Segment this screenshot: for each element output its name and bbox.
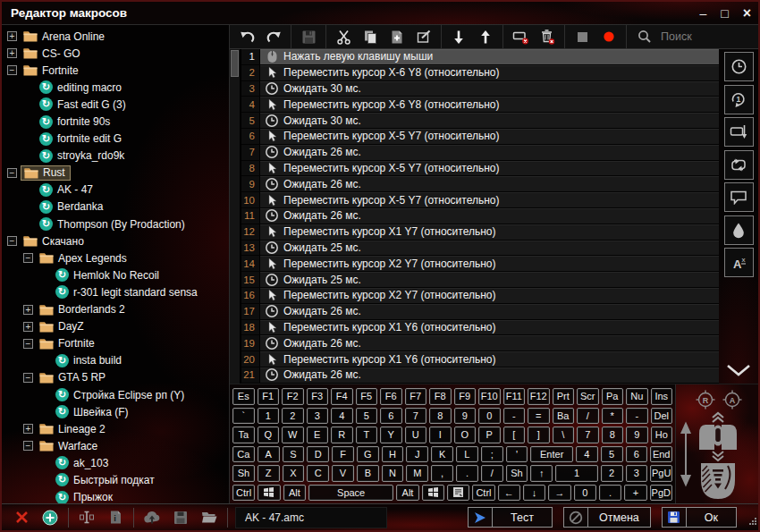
tree-item-macro[interactable]: ↻Швейка (F) xyxy=(2,403,229,420)
key-f6[interactable]: F6 xyxy=(380,388,402,405)
expand-icon[interactable]: + xyxy=(7,31,17,41)
key-m[interactable]: M xyxy=(406,465,428,482)
event-row[interactable]: 4Переместить курсор X-6 Y8 (относительно… xyxy=(241,97,719,113)
event-row[interactable]: 1Нажать левую клавишу мыши xyxy=(241,49,719,65)
key-ins[interactable]: Ins xyxy=(651,388,673,405)
tree-item-macro[interactable]: ↻Fast edit G (3) xyxy=(2,96,229,113)
event-row[interactable]: 10Переместить курсор X-5 Y7 (относительн… xyxy=(241,192,719,208)
key-alt[interactable]: Alt xyxy=(283,485,306,502)
ok-button[interactable]: Ок xyxy=(662,507,737,528)
key-1[interactable]: 1 xyxy=(555,465,598,482)
collapse-icon[interactable]: − xyxy=(7,168,17,178)
key-9[interactable]: 9 xyxy=(626,426,648,443)
key-b[interactable]: B xyxy=(357,465,379,482)
paste-new-button[interactable] xyxy=(388,28,406,46)
event-row[interactable]: 3Ожидать 30 мс. xyxy=(241,81,719,97)
event-row[interactable]: 13Ожидать 25 мс. xyxy=(241,241,719,257)
redo-button[interactable] xyxy=(265,28,283,46)
key-enter[interactable]: Enter xyxy=(530,446,573,463)
key-f11[interactable]: F11 xyxy=(503,388,526,405)
save-macro-button[interactable] xyxy=(172,509,190,527)
resize-grip[interactable] xyxy=(749,513,757,529)
key-sym[interactable]: . xyxy=(456,465,478,482)
key-nu[interactable]: Nu xyxy=(626,388,648,405)
event-row[interactable]: 19Ожидать 26 мс. xyxy=(241,335,719,351)
expand-icon[interactable]: + xyxy=(23,322,33,332)
key-end[interactable]: End xyxy=(650,446,672,463)
event-row[interactable]: 17Ожидать 26 мс. xyxy=(241,304,719,320)
comment-button[interactable] xyxy=(724,182,754,212)
collapse-icon[interactable]: − xyxy=(23,441,33,451)
tree-item-macro[interactable]: ↻fortnite edit G xyxy=(2,131,229,148)
key-v[interactable]: V xyxy=(332,465,354,482)
delete-macro-button[interactable] xyxy=(13,509,30,527)
event-row[interactable]: 11Ожидать 26 мс. xyxy=(241,208,719,224)
tree-item-folder[interactable]: −GTA 5 RP xyxy=(2,369,229,386)
text-replace-button[interactable]: Ax xyxy=(724,248,754,277)
key-a[interactable]: A xyxy=(258,446,280,463)
key-6[interactable]: 6 xyxy=(626,446,648,463)
key-f2[interactable]: F2 xyxy=(282,388,304,405)
key-i[interactable]: I xyxy=(429,426,452,443)
cut-button[interactable] xyxy=(334,28,352,46)
collapse-icon[interactable]: − xyxy=(23,253,33,263)
key-f10[interactable]: F10 xyxy=(478,388,501,405)
key-q[interactable]: Q xyxy=(258,426,280,443)
mouse-image[interactable]: R A xyxy=(676,384,759,504)
tree-item-macro[interactable]: ↻Thompson (By Prodaction) xyxy=(2,215,229,232)
key-pa[interactable]: Pa xyxy=(602,388,624,405)
key-7[interactable]: 7 xyxy=(405,408,427,425)
key-f9[interactable]: F9 xyxy=(454,388,477,405)
key-f4[interactable]: F4 xyxy=(331,388,353,405)
tree-item-macro[interactable]: ↻editing macro xyxy=(2,79,229,96)
tree-item-macro[interactable]: ↻AK - 47 xyxy=(2,182,229,198)
close-icon[interactable]: × xyxy=(743,6,751,21)
tree-item-macro[interactable]: ↻Hemlok No Recoil xyxy=(2,266,229,283)
key-0[interactable]: 0 xyxy=(574,485,596,502)
macro-info-button[interactable]: i xyxy=(106,509,124,527)
key-f8[interactable]: F8 xyxy=(429,388,452,405)
opacity-drop-button[interactable] xyxy=(724,215,754,245)
undo-button[interactable] xyxy=(238,28,256,46)
minimize-icon[interactable]: – xyxy=(699,7,706,20)
key-f1[interactable]: F1 xyxy=(258,388,280,405)
tree-item-macro[interactable]: ↻r-301 legit standard sensa xyxy=(2,283,229,300)
key-space[interactable]: Space xyxy=(308,485,393,502)
key-2[interactable]: 2 xyxy=(282,408,304,425)
event-row[interactable]: 8Переместить курсор X-5 Y7 (относительно… xyxy=(241,161,719,177)
key-sym[interactable]: \ xyxy=(553,426,575,443)
key-winlogo[interactable] xyxy=(258,485,280,502)
key-alt[interactable]: Alt xyxy=(396,485,418,502)
tree-item-macro[interactable]: ↻Berdanka xyxy=(2,198,229,215)
key-ca[interactable]: Ca xyxy=(232,446,255,463)
event-row[interactable]: 18Переместить курсор X1 Y6 (относительно… xyxy=(241,320,719,336)
collapse-icon[interactable]: − xyxy=(23,339,33,349)
key-u[interactable]: U xyxy=(405,426,427,443)
key-ctrl[interactable]: Ctrl xyxy=(232,485,255,502)
key-ba[interactable]: Ba xyxy=(553,408,575,425)
key-8[interactable]: 8 xyxy=(429,408,452,425)
test-button[interactable]: Тест xyxy=(468,507,553,528)
key-e[interactable]: E xyxy=(307,426,329,443)
event-row[interactable]: 12Переместить курсор X1 Y7 (относительно… xyxy=(241,224,719,241)
key-d[interactable]: D xyxy=(307,446,329,463)
key-sym[interactable]: - xyxy=(626,408,648,425)
key-ta[interactable]: Ta xyxy=(232,426,255,443)
key-4[interactable]: 4 xyxy=(576,446,598,463)
key-w[interactable]: W xyxy=(282,426,304,443)
tree-item-folder[interactable]: −Rust xyxy=(2,165,229,182)
key-n[interactable]: N xyxy=(382,465,404,482)
event-row[interactable]: 5Ожидать 30 мс. xyxy=(241,113,719,129)
key-y[interactable]: Y xyxy=(380,426,402,443)
key-5[interactable]: 5 xyxy=(601,446,623,463)
key-t[interactable]: T xyxy=(356,426,378,443)
tree-item-folder[interactable]: +DayZ xyxy=(2,318,229,335)
key-8[interactable]: 8 xyxy=(602,426,624,443)
search-input[interactable] xyxy=(659,30,760,44)
key-6[interactable]: 6 xyxy=(380,408,402,425)
key-sym[interactable]: , xyxy=(431,465,453,482)
key-pgu[interactable]: PgU xyxy=(650,465,672,482)
tree-item-macro[interactable]: ↻fortnite 90s xyxy=(2,113,229,130)
scroll-down-button[interactable] xyxy=(723,359,754,382)
key-0[interactable]: 0 xyxy=(478,408,501,425)
